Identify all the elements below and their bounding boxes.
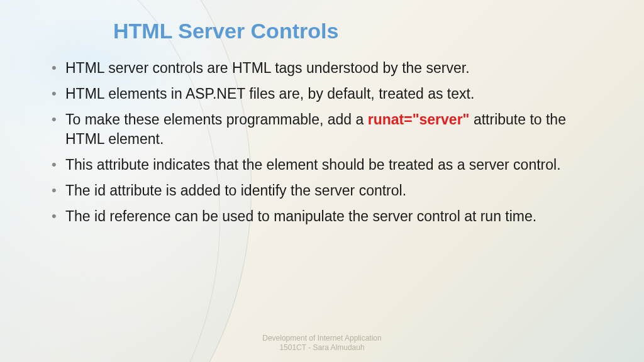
- list-item: The id reference can be used to manipula…: [50, 207, 594, 226]
- bullet-text-hl: runat="server": [368, 111, 470, 128]
- list-item: The id attribute is added to identify th…: [50, 181, 594, 200]
- bullet-list: HTML server controls are HTML tags under…: [50, 58, 594, 226]
- list-item: HTML server controls are HTML tags under…: [50, 58, 594, 78]
- slide-footer: Development of Internet Application 1501…: [0, 334, 644, 353]
- slide-content: HTML Server Controls HTML server control…: [0, 0, 644, 226]
- bullet-text-pre: To make these elements programmable, add…: [65, 111, 368, 128]
- footer-line1: Development of Internet Application: [0, 334, 644, 344]
- bullet-text-pre: The id attribute is added to identify th…: [65, 182, 406, 199]
- bullet-text-pre: HTML server controls are HTML tags under…: [65, 60, 470, 76]
- list-item: HTML elements in ASP.NET files are, by d…: [50, 84, 594, 104]
- footer-line2: 1501CT - Sara Almudauh: [0, 343, 644, 353]
- bullet-text-pre: This attribute indicates that the elemen…: [65, 156, 561, 173]
- bullet-text-pre: The id reference can be used to manipula…: [65, 208, 536, 224]
- slide-title: HTML Server Controls: [113, 19, 594, 43]
- bullet-text-pre: HTML elements in ASP.NET files are, by d…: [65, 85, 474, 102]
- list-item: To make these elements programmable, add…: [50, 110, 594, 149]
- list-item: This attribute indicates that the elemen…: [50, 155, 594, 175]
